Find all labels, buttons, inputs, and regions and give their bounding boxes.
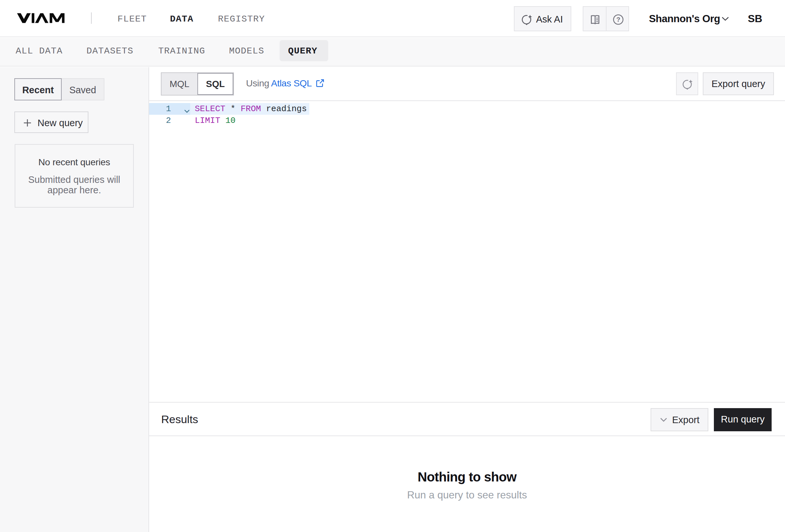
svg-text:?: ? [616,16,620,23]
